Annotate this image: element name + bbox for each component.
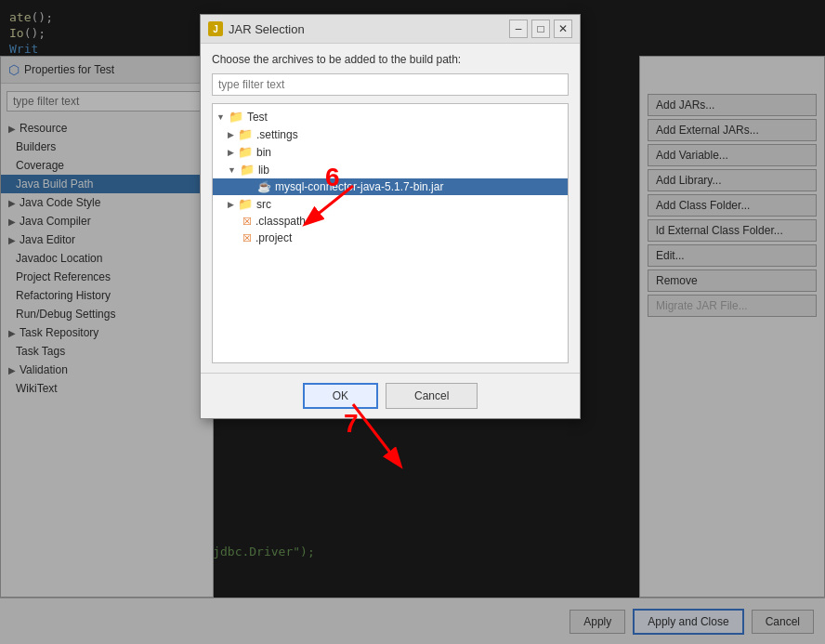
jar-title-icon: J [208, 21, 223, 36]
folder-icon-settings: 📁 [238, 127, 253, 141]
tree-item-project[interactable]: ☒ .project [213, 230, 568, 246]
dialog-body: Choose the archives to be added to the b… [201, 44, 580, 373]
jar-selection-dialog: J JAR Selection – □ ✕ Choose the archive… [200, 14, 581, 419]
folder-icon-lib: 📁 [240, 163, 255, 177]
tree-item-settings[interactable]: ▶ 📁 .settings [213, 125, 568, 143]
dialog-titlebar: J JAR Selection – □ ✕ [201, 15, 580, 44]
folder-icon-test: 📁 [229, 110, 243, 124]
dialog-ok-button[interactable]: OK [303, 383, 378, 409]
tree-label-test: Test [247, 111, 268, 124]
tree-item-mysql-jar[interactable]: ☕ mysql-connector-java-5.1.7-bin.jar [213, 178, 568, 195]
tree-label-mysql-jar: mysql-connector-java-5.1.7-bin.jar [275, 180, 443, 193]
dialog-close-button[interactable]: ✕ [554, 20, 572, 38]
folder-icon-src: 📁 [238, 197, 253, 211]
file-tree[interactable]: ▼ 📁 Test ▶ 📁 .settings ▶ 📁 bin ▼ 📁 lib [212, 103, 569, 363]
tree-label-settings: .settings [256, 128, 298, 141]
tree-item-classpath[interactable]: ☒ .classpath [213, 213, 568, 230]
tree-item-bin[interactable]: ▶ 📁 bin [213, 143, 568, 161]
tree-item-test[interactable]: ▼ 📁 Test [213, 108, 568, 125]
tree-label-lib: lib [258, 164, 269, 177]
dialog-controls: – □ ✕ [509, 20, 572, 38]
folder-icon-bin: 📁 [238, 145, 253, 159]
expand-arrow-settings: ▶ [228, 130, 234, 139]
dialog-filter-input[interactable] [212, 73, 569, 96]
dialog-description: Choose the archives to be added to the b… [212, 53, 569, 66]
tree-label-bin: bin [256, 146, 271, 159]
tree-item-lib[interactable]: ▼ 📁 lib [213, 161, 568, 178]
expand-arrow-test: ▼ [216, 112, 225, 122]
xml-icon-classpath: ☒ [242, 216, 252, 228]
tree-label-src: src [256, 198, 271, 211]
dialog-title-left: J JAR Selection [208, 21, 305, 36]
tree-label-classpath: .classpath [255, 215, 306, 228]
expand-arrow-lib: ▼ [228, 165, 236, 175]
dialog-cancel-button[interactable]: Cancel [386, 383, 478, 409]
dialog-footer: OK Cancel [201, 373, 580, 418]
xml-icon-project: ☒ [242, 232, 252, 244]
dialog-minimize-button[interactable]: – [509, 20, 528, 38]
tree-item-src[interactable]: ▶ 📁 src [213, 195, 568, 213]
jar-icon: ☕ [257, 180, 271, 193]
expand-arrow-bin: ▶ [228, 148, 234, 157]
expand-arrow-src: ▶ [228, 200, 234, 209]
dialog-maximize-button[interactable]: □ [531, 20, 550, 38]
dialog-title-text: JAR Selection [229, 22, 305, 36]
tree-label-project: .project [255, 231, 292, 244]
